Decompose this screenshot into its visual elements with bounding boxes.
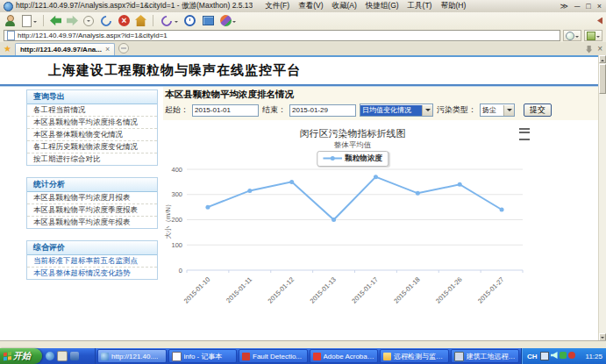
menu-item[interactable]: 工具(T) [408, 1, 432, 11]
chevron-down-icon[interactable] [503, 105, 514, 116]
vertical-scrollbar[interactable] [598, 55, 606, 341]
pollution-type-select[interactable]: 扬尘 [480, 103, 515, 117]
sidebar-item[interactable]: 本区县颗粒物平均浓度月报表 [27, 192, 157, 204]
shield-icon[interactable] [560, 352, 567, 359]
chevron-down-icon[interactable] [33, 21, 37, 25]
sidebar-item-list: 各工程当前情况本区县颗粒物平均浓度排名情况本区县整体颗粒物变化情况各工程历史颗粒… [27, 104, 157, 165]
desktop-icon[interactable] [57, 351, 68, 361]
sidebar-item[interactable]: 各工程历史颗粒物浓度变化情况 [27, 141, 157, 153]
back-icon [50, 15, 61, 26]
chart-legend[interactable]: 颗粒物浓度 [317, 151, 389, 167]
maximize-button[interactable]: □ [586, 2, 590, 11]
sidebar-toggle-icon[interactable] [597, 18, 602, 25]
sidebar-item[interactable]: 本区县整体颗粒物变化情况 [27, 129, 157, 141]
titlebar: http://121.40.49.97/Analysis.aspx?id=1&c… [0, 0, 606, 13]
taskbar-window-button[interactable]: 远程检测与监控... [380, 349, 449, 363]
volume-icon[interactable] [551, 352, 558, 359]
sidebar-item[interactable]: 本区县整体超标情况变化趋势 [27, 268, 157, 279]
favorites-star-icon[interactable]: ★ [4, 43, 11, 55]
chart-menu-icon[interactable] [519, 128, 530, 140]
feed-button[interactable] [584, 30, 602, 41]
menu-item[interactable]: 文件(F) [265, 1, 289, 11]
home-button[interactable] [134, 14, 147, 27]
task-buttons: http://121.40....info - 记事本Fault Detecti… [96, 348, 521, 364]
menu-overflow-icon[interactable]: ≫ [560, 2, 567, 11]
scroll-up-icon[interactable] [599, 55, 606, 63]
privacy-button[interactable] [563, 30, 581, 41]
stop-button[interactable] [118, 14, 131, 27]
line-chart: 闵行区污染物指标折线图 整体平均值 颗粒物浓度 0100200300400201… [163, 122, 542, 313]
start-date-input[interactable] [192, 104, 259, 117]
data-point[interactable] [247, 189, 252, 193]
sidebar-item-list: 当前标准下超标率前五名监测点本区县整体超标情况变化趋势 [27, 255, 157, 279]
skin-button[interactable] [219, 14, 237, 27]
data-point[interactable] [205, 205, 210, 210]
chart-subtitle: 整体平均值 [163, 140, 542, 151]
sidebar-item[interactable]: 本区县颗粒物平均浓度排名情况 [27, 117, 157, 129]
address-input[interactable]: http://121.40.49.97/Analysis.aspx?id=1&c… [4, 30, 560, 41]
data-point[interactable] [374, 175, 378, 179]
undo-icon [160, 13, 175, 28]
menu-item[interactable]: 帮助(H) [440, 1, 466, 11]
new-tab-button[interactable] [118, 43, 129, 54]
taskbar-window-button[interactable]: 建筑工地远程监... [451, 349, 520, 363]
data-point[interactable] [500, 208, 504, 212]
clock[interactable]: 11:25 [586, 353, 602, 360]
history-button[interactable] [82, 14, 95, 27]
legend-marker-icon [323, 154, 342, 164]
undo-button[interactable] [159, 13, 179, 29]
maxthon-icon[interactable] [70, 352, 79, 360]
scrollbar-thumb[interactable] [599, 64, 606, 94]
refresh-button[interactable] [98, 13, 114, 29]
chevron-down-icon[interactable] [232, 21, 236, 25]
taskbar-window-label: http://121.40.... [111, 353, 158, 360]
new-page-button[interactable] [20, 14, 38, 28]
chevron-down-icon[interactable] [175, 21, 178, 25]
end-date-input[interactable] [289, 104, 356, 117]
sidebar-item[interactable]: 各工程当前情况 [27, 104, 157, 117]
ie-icon[interactable] [46, 352, 54, 360]
data-point[interactable] [416, 191, 420, 196]
acrobat-icon [313, 353, 321, 360]
data-point[interactable] [458, 182, 462, 187]
sidebar-item[interactable]: 当前标准下超标率前五名监测点 [27, 255, 157, 268]
back-button[interactable] [49, 14, 62, 27]
data-point[interactable] [289, 180, 294, 184]
clock-button[interactable] [182, 13, 197, 28]
pin-icon[interactable] [586, 46, 592, 54]
site-title: 上海建设工程颗粒物与噪声在线监控平台 [0, 57, 606, 84]
chevron-down-icon[interactable] [422, 105, 432, 116]
capture-button[interactable] [201, 13, 216, 28]
close-tab-icon[interactable]: × [597, 45, 602, 54]
taskbar-window-button[interactable]: http://121.40.... [97, 349, 167, 363]
sidebar-item[interactable]: 本区县颗粒物平均浓度年报表 [27, 217, 157, 228]
menu-item[interactable]: 查看(V) [298, 1, 323, 11]
profile-button[interactable] [4, 14, 17, 27]
tab-active[interactable]: http://121.40.49.97/Ana... × [15, 43, 115, 55]
keyboard-icon[interactable] [540, 352, 549, 360]
chevron-down-icon[interactable] [596, 36, 600, 39]
tab-close-icon[interactable]: × [105, 46, 110, 54]
sidebar-item[interactable]: 本区县颗粒物平均浓度季度报表 [27, 204, 157, 217]
minimize-button[interactable]: ─ [574, 2, 580, 11]
taskbar-window-label: 远程检测与监控... [394, 352, 446, 361]
quick-launch [42, 348, 96, 364]
end-date-label: 结束： [262, 104, 286, 116]
alert-icon[interactable] [568, 352, 575, 359]
data-point[interactable] [332, 218, 336, 222]
close-button[interactable]: × [597, 2, 602, 11]
submit-button[interactable]: 提交 [524, 103, 552, 117]
menu-item[interactable]: 快捷组(G) [366, 1, 399, 11]
sidebar-item[interactable]: 按工期进行综合对比 [27, 153, 157, 165]
site-banner: 上海建设工程颗粒物与噪声在线监控平台 [0, 55, 606, 86]
taskbar-window-button[interactable]: info - 记事本 [168, 349, 238, 363]
taskbar-window-button[interactable]: Adobe Acrobat ... [310, 349, 379, 363]
menu-item[interactable]: 收藏(A) [332, 1, 356, 11]
mode-select[interactable]: 日均值变化情况 [360, 103, 433, 117]
chevron-down-icon[interactable] [575, 36, 579, 39]
forward-button[interactable] [66, 14, 79, 27]
history-icon [83, 16, 94, 26]
taskbar-window-button[interactable]: Fault Detectio... [239, 349, 308, 363]
start-button[interactable]: 开始 [0, 348, 42, 364]
language-indicator[interactable]: CH [527, 353, 538, 360]
